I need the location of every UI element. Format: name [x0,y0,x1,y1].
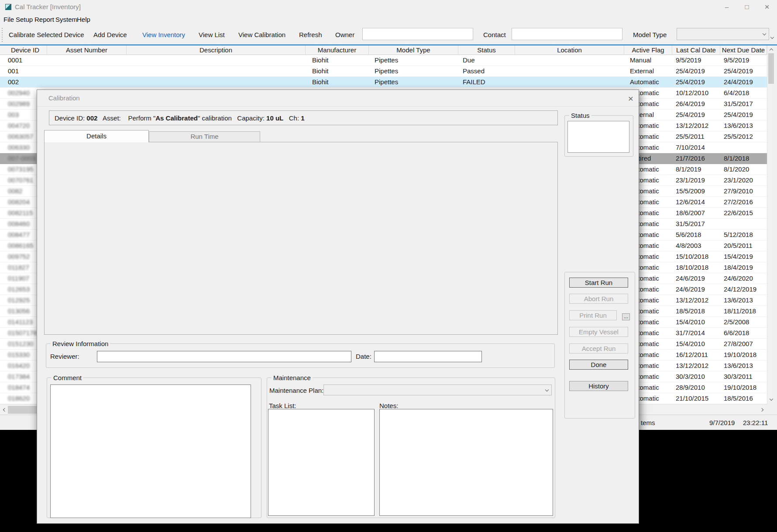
dialog-title: Calibration [48,94,80,102]
table-vertical-scrollbar[interactable] [767,45,774,404]
print-run-button[interactable]: Print Run [569,310,617,320]
cell-last_cal: 18/5/2018 [672,306,720,317]
cell-last_cal: 15/4/2010 [672,317,720,328]
chevron-down-icon [770,35,774,39]
contact-input[interactable] [512,28,622,40]
column-header-description[interactable]: Description [127,45,306,55]
column-header-manufacturer[interactable]: Manufacturer [306,45,369,55]
column-header-device-id[interactable]: Device ID [3,45,47,55]
scroll-left-icon[interactable] [0,405,8,415]
cell-last_cal: 28/9/2010 [672,382,720,393]
reviewer-label: Reviewer: [50,353,79,360]
cell-next_due: 25/4/2019 [720,110,767,120]
cell-next_due: 24/6/2020 [720,273,767,284]
scroll-right-icon[interactable] [758,405,767,415]
cell-last_cal: 8/1/2019 [672,164,720,175]
notes-box[interactable] [379,409,553,516]
cell-next_due: 8/1/2020 [720,164,767,175]
minimize-icon[interactable]: – [717,0,737,14]
cell-last_cal: 12/6/2014 [672,197,720,208]
tab-run-time[interactable]: Run Time [149,131,260,142]
table-row[interactable]: 001BiohitPipettesPassedExternal25/4/2019… [0,66,767,77]
calibration-dialog: Calibration × Device ID: 002 Asset: Perf… [37,89,639,524]
column-header-model-type[interactable]: Model Type [369,45,458,55]
column-header-next-due-date[interactable]: Next Due Date [720,45,767,55]
chevron-down-icon [545,388,549,391]
comment-label: Comment [52,374,83,381]
screen: Cal Tracker [Inventory] – □ × FileSetupR… [0,0,777,532]
cell-next_due: 31/5/2017 [720,99,767,110]
table-row[interactable]: 002BiohitPipettesFAILEDAutomatic25/4/201… [0,77,767,88]
toolbar-button-calibrate-selected-device[interactable]: Calibrate Selected Device [9,30,84,40]
tab-details[interactable]: Details [44,130,149,142]
empty-vessel-button[interactable]: Empty Vessel [569,327,628,337]
menu-item-file[interactable]: File [3,14,14,25]
toolbar-overflow-button[interactable] [771,32,774,40]
toolbar-button-view-calibration[interactable]: View Calibration [238,30,285,40]
device-info-part: " calibration [198,114,237,122]
toolbar-button-view-inventory[interactable]: View Inventory [142,30,185,40]
cell-next_due: 15/4/2019 [720,251,767,262]
cell-model_type: Pipettes [369,55,458,66]
scroll-up-icon[interactable] [767,45,775,53]
grid-right-gutter [774,45,777,415]
column-header-asset-number[interactable]: Asset Number [47,45,127,55]
print-run-more-button[interactable]: ... [622,313,630,320]
cell-last_cal: 5/6/2018 [672,230,720,240]
cell-last_cal: 23/1/2019 [672,175,720,186]
toolbar-button-refresh[interactable]: Refresh [299,30,322,40]
cell-last_cal: 24/6/2019 [672,273,720,284]
column-header-location[interactable]: Location [515,45,624,55]
review-date-input[interactable] [374,351,482,362]
cell-last_cal: 15/4/2010 [672,339,720,350]
maximize-icon[interactable]: □ [737,0,757,14]
cell-last_cal: 30/3/2010 [672,371,720,382]
review-information-label: Review Information [51,340,110,347]
menu-item-report[interactable]: Report [34,14,54,25]
app-icon[interactable] [5,4,11,10]
reviewer-input[interactable] [97,351,351,362]
toolbar-button-view-list[interactable]: View List [199,30,225,40]
title-bar: Cal Tracker [Inventory] – □ × [0,0,777,14]
menu-item-help[interactable]: Help [77,14,90,25]
menu-item-setup[interactable]: Setup [16,14,33,25]
close-icon[interactable]: × [757,0,777,14]
status-items-count: tems [641,419,655,427]
owner-label: Owner [335,30,354,40]
dialog-close-icon[interactable]: × [625,93,636,104]
table-row[interactable]: 0001BiohitPipettesDueManual9/5/20199/5/2… [0,55,767,66]
device-info-part: 1 [301,114,304,122]
start-run-button[interactable]: Start Run [569,278,628,288]
cell-next_due: 25/4/2019 [720,66,767,77]
column-header-status[interactable]: Status [458,45,515,55]
column-header-last-cal-date[interactable]: Last Cal Date [672,45,720,55]
cell-status: Due [458,55,515,66]
scroll-down-icon[interactable] [767,395,775,404]
device-info-part: 10 uL [266,114,283,122]
cell-next_due: 6/4/2018 [720,88,767,99]
contact-label: Contact [483,30,506,40]
menu-item-system[interactable]: System [55,14,77,25]
comment-textarea[interactable] [50,384,251,518]
device-info-part: 002 [86,114,97,122]
chevron-down-icon [763,32,766,35]
column-header-active-flag[interactable]: Active Flag [624,45,672,55]
vertical-scroll-thumb[interactable] [768,53,774,84]
cell-last_cal: 18/10/2018 [672,262,720,273]
history-button[interactable]: History [569,381,628,391]
task-list-box[interactable] [268,409,375,516]
done-button[interactable]: Done [569,360,628,370]
maintenance-plan-dropdown[interactable] [323,384,552,395]
cell-last_cal: 15/5/2009 [672,186,720,197]
cell-next_due: 25/5/2012 [720,131,767,142]
toolbar-grip[interactable] [2,28,3,42]
toolbar-button-add-device[interactable]: Add Device [93,30,127,40]
cell-next_due: 2/5/2008 [720,317,767,328]
abort-run-button[interactable]: Abort Run [569,294,628,304]
cell-last_cal: 15/10/2018 [672,251,720,262]
cell-next_due: 18/5/2016 [720,393,767,404]
owner-input[interactable] [362,28,473,40]
accept-run-button[interactable]: Accept Run [569,343,628,354]
status-time: 23:22:11 [743,419,768,427]
model-type-dropdown[interactable] [677,28,769,40]
